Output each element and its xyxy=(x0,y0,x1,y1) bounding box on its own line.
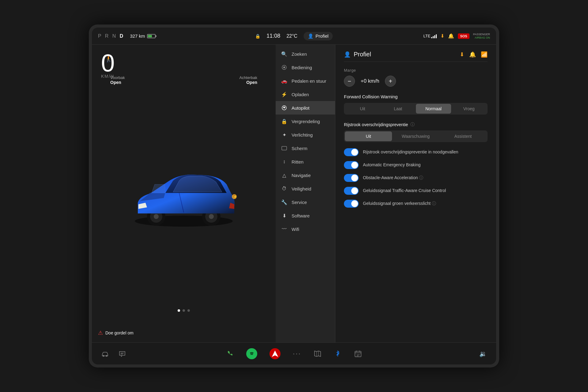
airbag-status: PASSENGER AIRBAG ON xyxy=(473,33,490,40)
menu-item-software[interactable]: ⬇ Software xyxy=(276,209,335,222)
svg-rect-14 xyxy=(282,146,287,150)
menu-label-zoeken: Zoeken xyxy=(292,51,307,57)
marge-increase-button[interactable]: + xyxy=(385,76,396,87)
taskbar-more-icon[interactable]: ··· xyxy=(293,350,301,358)
taskbar-map-icon[interactable] xyxy=(314,350,322,358)
fcw-option-uit[interactable]: Uit xyxy=(345,104,380,114)
toggle-tacc-label: Geluidssignaal Traffic-Aware Cruise Cont… xyxy=(363,188,488,194)
dot-3[interactable] xyxy=(187,309,190,312)
rijstrook-option-uit[interactable]: Uit xyxy=(345,131,392,141)
fcw-option-laat[interactable]: Laat xyxy=(380,104,416,114)
svg-text:⚡: ⚡ xyxy=(233,195,237,199)
marge-label: Marge xyxy=(344,68,488,73)
car-visual: ⚡ xyxy=(126,160,242,227)
taskbar-car-icon[interactable] xyxy=(101,350,109,358)
header-signal-icon[interactable]: 📶 xyxy=(481,51,488,58)
taskbar: ··· 17 xyxy=(92,342,496,364)
menu-item-vergrendeling[interactable]: 🔒 Vergrendeling xyxy=(276,115,335,128)
settings-title: Profiel xyxy=(354,51,371,58)
toggle-oaa-switch[interactable] xyxy=(344,174,359,182)
groen-info-icon[interactable]: ⓘ xyxy=(432,201,436,206)
page-dots xyxy=(178,309,190,312)
settings-panel: 👤 Profiel ⬇ 🔔 📶 Marge − +0 km/h + xyxy=(335,45,496,342)
toggle-groen-switch[interactable] xyxy=(344,200,359,208)
rijstrook-section: Rijstrook overschrijdingspreventie ⓘ Uit… xyxy=(344,122,488,142)
header-download-icon[interactable]: ⬇ xyxy=(460,51,464,58)
download-icon[interactable]: ⬇ xyxy=(440,33,444,39)
fcw-option-vroeg[interactable]: Vroeg xyxy=(451,104,487,114)
menu-item-zoeken[interactable]: 🔍 Zoeken xyxy=(276,47,335,61)
menu-panel: 🔍 Zoeken Bediening 🚗 Pedalen en stuur ⚡ … xyxy=(276,45,335,342)
menu-label-autopilot: Autopilot xyxy=(292,105,309,111)
settings-header: 👤 Profiel ⬇ 🔔 📶 xyxy=(344,51,488,62)
header-bell-icon[interactable]: 🔔 xyxy=(469,51,476,58)
menu-label-bediening: Bediening xyxy=(292,65,312,70)
profile-header-icon: 👤 xyxy=(344,51,351,58)
toggle-noodgevallen-switch[interactable] xyxy=(344,148,359,156)
marge-control: − +0 km/h + xyxy=(344,76,488,87)
autopilot-icon xyxy=(281,105,287,111)
menu-label-veiligheid: Veiligheid xyxy=(292,186,311,191)
menu-item-ritten[interactable]: ↕ Ritten xyxy=(276,155,335,168)
taskbar-calendar-icon[interactable]: 17 xyxy=(354,350,362,358)
warning-bar: ⚠ Doe gordel om xyxy=(98,330,134,336)
fcw-section: Forward Collision Warning Uit Laat Norma… xyxy=(344,94,488,115)
toggle-aeb-switch[interactable] xyxy=(344,161,359,169)
menu-item-autopilot[interactable]: Autopilot xyxy=(276,101,335,115)
screen-bezel: P R N D 327 km 🔒 11:08 22°C 👤 xyxy=(89,24,499,368)
bell-icon[interactable]: 🔔 xyxy=(448,33,454,39)
marge-decrease-button[interactable]: − xyxy=(344,76,355,87)
menu-label-service: Service xyxy=(292,200,307,205)
sos-button[interactable]: SOS xyxy=(458,33,469,39)
time-display: 11:08 xyxy=(266,33,280,39)
vergrendeling-icon: 🔒 xyxy=(281,118,287,124)
profile-button[interactable]: 👤 Profiel xyxy=(303,32,333,40)
status-center: 🔒 11:08 22°C 👤 Profiel xyxy=(255,32,333,40)
speed-value: 0 xyxy=(101,51,115,75)
range-value: 327 km xyxy=(130,33,145,39)
settings-icons: ⬇ 🔔 📶 xyxy=(460,51,488,58)
prnd-selector[interactable]: P R N D xyxy=(98,33,124,39)
menu-item-opladen[interactable]: ⚡ Opladen xyxy=(276,88,335,101)
taskbar-right: 🔉 xyxy=(479,350,487,357)
taskbar-navigate-icon[interactable] xyxy=(270,348,281,359)
menu-item-navigatie[interactable]: △ Navigatie xyxy=(276,168,335,182)
taskbar-spotify-icon[interactable] xyxy=(246,348,257,359)
rijstrook-option-assistent[interactable]: Assistent xyxy=(439,131,487,141)
bediening-icon xyxy=(281,64,287,70)
lte-label: LTE xyxy=(424,34,431,38)
fcw-option-normaal[interactable]: Normaal xyxy=(416,104,451,114)
marge-value: +0 km/h xyxy=(359,78,381,84)
screen: P R N D 327 km 🔒 11:08 22°C 👤 xyxy=(92,28,496,364)
verlichting-icon: ✦ xyxy=(281,132,287,138)
rijstrook-option-waarschuwing[interactable]: Waarschuwing xyxy=(392,131,439,141)
scherm-icon xyxy=(281,145,287,151)
menu-item-service[interactable]: 🔧 Service xyxy=(276,195,335,209)
menu-label-software: Software xyxy=(292,213,310,218)
toggle-oaa-label: Obstacle-Aware Acceleration ⓘ xyxy=(363,175,488,181)
taskbar-bluetooth-icon[interactable] xyxy=(334,350,342,358)
dot-2[interactable] xyxy=(183,309,185,312)
taskbar-message-icon[interactable] xyxy=(118,350,126,358)
rijstrook-info-icon[interactable]: ⓘ xyxy=(410,122,415,127)
main-content: 🚶 0 KM/H Voorbak Open Achterbak Open xyxy=(92,45,496,342)
wifi-icon: 〰 xyxy=(281,226,287,232)
warning-text: Doe gordel om xyxy=(105,330,134,335)
fcw-title: Forward Collision Warning xyxy=(344,94,488,99)
menu-item-pedalen[interactable]: 🚗 Pedalen en stuur xyxy=(276,74,335,88)
menu-item-bediening[interactable]: Bediening xyxy=(276,61,335,74)
menu-item-wifi[interactable]: 〰 Wifi xyxy=(276,222,335,236)
achterbak-status: Open xyxy=(239,80,257,85)
toggle-tacc-switch[interactable] xyxy=(344,187,359,195)
dot-1[interactable] xyxy=(178,309,180,312)
menu-label-ritten: Ritten xyxy=(292,159,303,164)
menu-item-verlichting[interactable]: ✦ Verlichting xyxy=(276,128,335,141)
menu-item-scherm[interactable]: Scherm xyxy=(276,141,335,155)
voorbak-label: Voorbak Open xyxy=(110,75,125,85)
achterbak-title: Achterbak xyxy=(239,75,257,80)
menu-label-wifi: Wifi xyxy=(292,227,299,232)
taskbar-phone-icon[interactable] xyxy=(226,350,234,358)
volume-icon[interactable]: 🔉 xyxy=(479,350,487,357)
menu-item-veiligheid[interactable]: ⏱ Veiligheid xyxy=(276,182,335,195)
oaa-info-icon[interactable]: ⓘ xyxy=(419,175,423,180)
